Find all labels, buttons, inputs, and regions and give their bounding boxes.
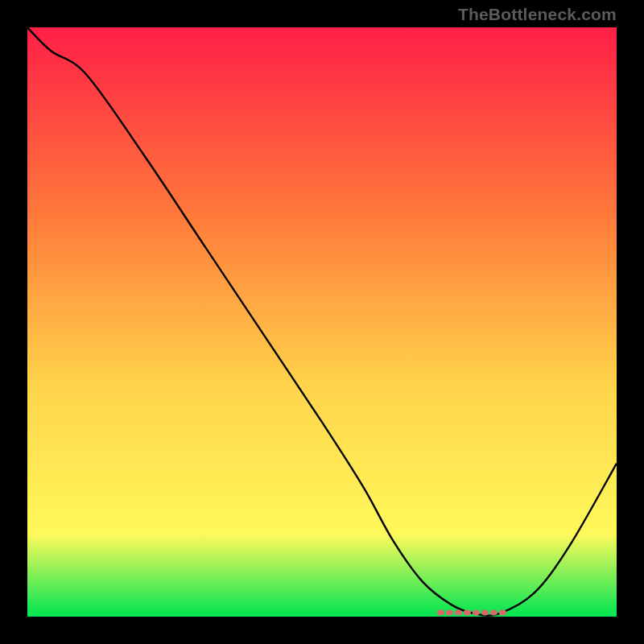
plot-area [27, 27, 617, 617]
chart-svg [27, 27, 617, 617]
chart-frame: TheBottleneck.com [0, 0, 644, 644]
watermark-label: TheBottleneck.com [458, 5, 617, 24]
gradient-background [27, 27, 617, 617]
